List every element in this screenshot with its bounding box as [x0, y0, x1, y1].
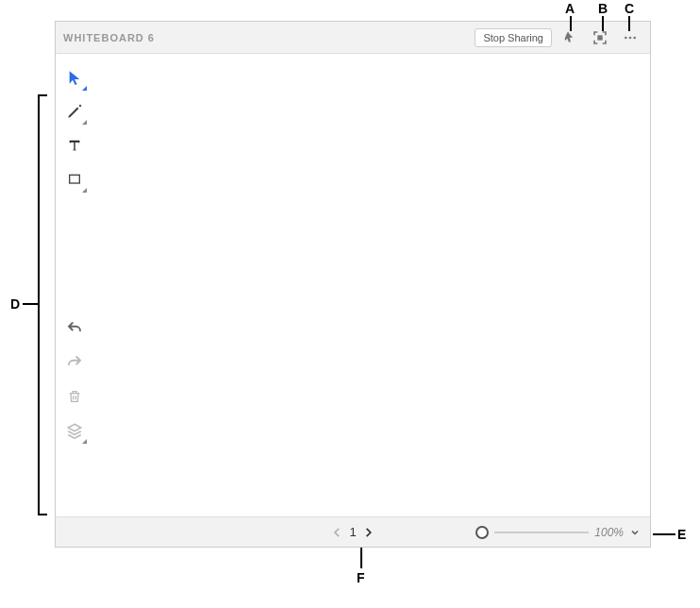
zoom-level-label: 100% — [594, 526, 624, 539]
svg-rect-0 — [597, 35, 602, 40]
zoom-slider-handle[interactable] — [475, 526, 489, 539]
body-area — [56, 54, 650, 516]
shape-tool[interactable] — [60, 163, 89, 195]
prev-page-button[interactable] — [330, 526, 343, 539]
lead-c — [628, 16, 630, 31]
layers-button[interactable] — [60, 414, 89, 447]
callout-f: F — [357, 570, 365, 585]
callout-d: D — [10, 296, 20, 312]
svg-point-2 — [629, 36, 632, 39]
callout-e: E — [677, 527, 686, 542]
lead-d-v — [38, 94, 40, 515]
lead-f — [360, 548, 362, 568]
header-bar: WHITEBOARD 6 Stop Sharing — [56, 22, 650, 54]
stop-sharing-button[interactable]: Stop Sharing — [475, 28, 552, 47]
whiteboard-canvas[interactable] — [93, 54, 650, 516]
delete-button[interactable] — [60, 380, 89, 413]
lead-a — [570, 16, 572, 31]
text-tool[interactable] — [60, 129, 89, 161]
svg-point-3 — [633, 36, 636, 39]
redo-button[interactable] — [60, 346, 89, 379]
window-title: WHITEBOARD 6 — [63, 32, 475, 43]
lead-d-bot — [38, 514, 47, 515]
zoom-menu-caret-icon[interactable] — [629, 527, 641, 538]
undo-button[interactable] — [60, 312, 89, 345]
header-actions: Stop Sharing — [475, 25, 642, 50]
lead-d-top — [38, 94, 47, 96]
zoom-control: 100% — [475, 526, 641, 539]
lead-d-h — [23, 303, 38, 305]
lead-b — [602, 16, 604, 31]
zoom-slider-track[interactable] — [494, 532, 589, 533]
fullscreen-icon[interactable] — [588, 25, 612, 50]
select-tool[interactable] — [60, 61, 89, 93]
more-options-icon[interactable] — [618, 25, 642, 50]
svg-rect-4 — [70, 175, 80, 183]
svg-point-1 — [625, 36, 627, 39]
callout-a: A — [565, 1, 575, 16]
tool-palette — [56, 54, 93, 516]
page-number: 1 — [349, 525, 356, 539]
pen-tool[interactable] — [60, 95, 89, 127]
callout-b: B — [598, 1, 608, 16]
lead-e — [653, 533, 675, 535]
callout-c: C — [625, 1, 634, 16]
footer-bar: 1 100% — [56, 516, 650, 547]
next-page-button[interactable] — [362, 526, 375, 539]
page-navigation: 1 — [330, 525, 375, 539]
whiteboard-window: WHITEBOARD 6 Stop Sharing — [55, 21, 651, 548]
